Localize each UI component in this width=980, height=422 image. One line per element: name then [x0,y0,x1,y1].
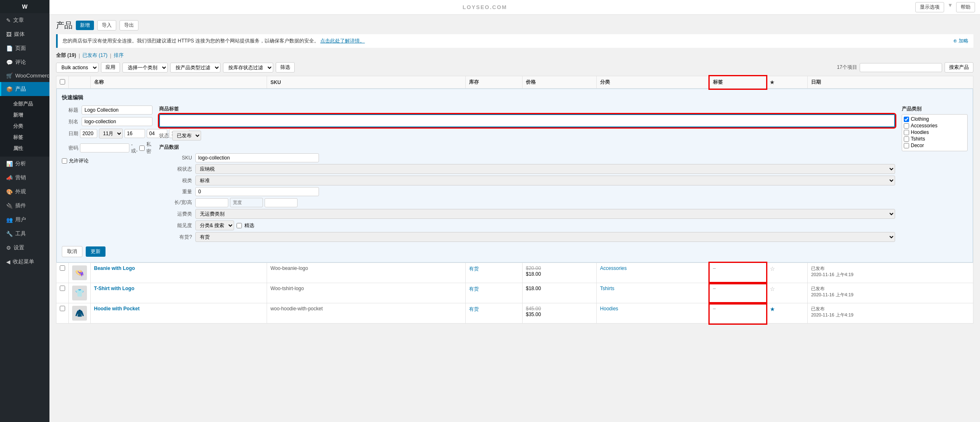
sidebar-item-woocommerce[interactable]: 🛒 WooCommerce [0,69,49,82]
cat-accessories-checkbox[interactable] [904,123,909,129]
category-filter-select[interactable]: 选择一个类别 [122,63,168,73]
product-name-1[interactable]: Beanie with Logo [94,265,135,271]
sidebar-item-pages[interactable]: 📄 页面 [0,41,49,55]
qe-private-checkbox[interactable] [139,145,145,151]
th-tag[interactable]: 标签 [710,76,767,89]
select-all-checkbox[interactable] [60,79,65,84]
row-checkbox-1[interactable] [60,265,65,271]
cat-item-hoodies: Hoodies [904,129,966,135]
quick-edit-title: 快速编辑 [62,94,968,101]
product-category-1[interactable]: Accessories [600,265,627,271]
type-filter-select[interactable]: 按产品类型过滤 [170,63,220,73]
notice-action[interactable]: ⊕ 加略 [953,38,968,44]
pd-visibility-select[interactable]: 分类& 搜索 [195,220,234,230]
th-star[interactable]: ★ [766,76,808,89]
qe-private-label: 私密 [146,141,152,155]
products-table-wrapper: 名称 SKU 库存 价格 分类 标签 ★ 日期 [56,76,973,324]
sidebar-item-collapse[interactable]: ◀ 收起菜单 [0,255,49,269]
product-thumbnail-1: 👒 [72,265,87,280]
pd-height-input[interactable] [265,198,298,207]
cancel-button[interactable]: 取消 [62,246,82,257]
cat-clothing-checkbox[interactable] [904,117,909,122]
row-checkbox-3[interactable] [60,306,65,311]
watermark: LOYSEO.COM [463,4,507,10]
filter-all[interactable]: 全部 (19) [56,52,76,59]
qe-allow-reviews-checkbox[interactable] [62,158,67,164]
qe-title-input[interactable] [82,106,152,115]
search-button[interactable]: 搜索产品 [945,62,973,73]
product-sku-2: Woo-tshirt-logo [270,286,304,291]
help-button[interactable]: 帮助 [956,2,975,12]
sidebar-sub-new[interactable]: 新增 [5,110,45,121]
th-date[interactable]: 日期 [808,76,973,89]
qe-year-input[interactable] [80,129,97,138]
qe-date-label: 日期 [62,130,78,137]
pd-length-input[interactable] [195,198,228,207]
display-options-button[interactable]: 显示选项 [915,2,944,12]
pd-stock-select[interactable]: 有货 [195,232,895,242]
sidebar-item-appearance[interactable]: 🎨 外观 [0,185,49,199]
marketing-icon: 📣 [6,175,13,181]
sidebar-item-marketing[interactable]: 📣 营销 [0,171,49,185]
product-star-3[interactable]: ★ [770,306,775,312]
qe-month-select[interactable]: 11月 [99,129,123,138]
product-category-3[interactable]: Hoodies [600,306,618,312]
sidebar-item-plugins[interactable]: 🔌 插件 [0,199,49,213]
sidebar-item-comments[interactable]: 💬 评论 [0,55,49,69]
filter-sort[interactable]: 排序 [114,52,124,59]
sidebar-item-products[interactable]: 📦 产品 [0,82,49,96]
filter-published[interactable]: 已发布 (17) [82,52,108,59]
product-category-2[interactable]: Tshirts [600,286,614,291]
sidebar-item-tools[interactable]: 🔧 工具 [0,227,49,241]
pd-tax-status-select[interactable]: 应纳税 [195,164,895,174]
export-button[interactable]: 导出 [120,20,138,30]
sidebar-item-settings[interactable]: ⚙ 设置 [0,241,49,255]
product-star-1[interactable]: ☆ [770,265,775,272]
toolbar: Bulk actions 应用 选择一个类别 按产品类型过滤 按库存状态过滤 筛… [56,62,973,73]
bulk-actions-select[interactable]: Bulk actions [56,63,98,73]
pd-sku-input[interactable] [195,153,319,162]
product-name-2[interactable]: T-Shirt with Logo [94,286,134,291]
qe-pwd-input[interactable] [80,143,129,152]
apply-button[interactable]: 应用 [101,62,120,73]
cat-item-accessories: Accessories [904,123,966,129]
sidebar-item-users[interactable]: 👥 用户 [0,213,49,227]
cat-tshirts-checkbox[interactable] [904,136,909,142]
sidebar-item-media[interactable]: 🖼 媒体 [0,27,49,41]
sidebar-sub-tag[interactable]: 标签 [5,132,45,143]
th-stock[interactable]: 库存 [466,76,523,89]
row-checkbox-2[interactable] [60,286,65,291]
filter-button[interactable]: 筛选 [276,62,295,73]
search-input[interactable] [860,63,942,72]
th-sku[interactable]: SKU [267,76,466,89]
pd-tax-class-select[interactable]: 标准 [195,176,895,185]
tag-input-box[interactable] [159,114,895,127]
sidebar: W ✎ 文章 🖼 媒体 📄 页面 💬 评论 🛒 WooCommerce 📦 产品… [0,0,49,422]
import-button[interactable]: 导入 [97,20,116,30]
pd-weight-input[interactable] [195,187,319,196]
new-product-button[interactable]: 新增 [76,21,94,30]
qe-status-select[interactable]: 已发布 [172,131,201,141]
update-button[interactable]: 更新 [86,246,106,257]
product-star-2[interactable]: ☆ [770,286,775,292]
th-name[interactable]: 名称 [91,76,267,89]
product-data-grid: SKU 税状态 应纳税 税类 [159,153,895,242]
collapse-icon: ◀ [6,259,10,265]
sidebar-sub-category[interactable]: 分类 [5,121,45,132]
pd-shipping-select[interactable]: 无运费类别 [195,209,895,219]
product-price-2: $18.00 [526,286,541,291]
notice-link[interactable]: 点击此处了解详情。 [320,38,365,44]
th-price[interactable]: 价格 [522,76,596,89]
sidebar-sub-all-products[interactable]: 全部产品 [5,98,45,110]
sidebar-sub-attribute[interactable]: 属性 [5,143,45,154]
stock-filter-select[interactable]: 按库存状态过滤 [223,63,273,73]
product-name-3[interactable]: Hoodie with Pocket [94,306,140,312]
sidebar-item-posts[interactable]: ✎ 文章 [0,13,49,27]
qe-day-input[interactable] [124,129,145,138]
cat-decor-checkbox[interactable] [904,143,909,148]
qe-slug-input[interactable] [82,117,152,126]
th-category[interactable]: 分类 [597,76,710,89]
sidebar-item-analytics[interactable]: 📊 分析 [0,157,49,171]
cat-hoodies-checkbox[interactable] [904,130,909,135]
pd-featured-checkbox[interactable] [237,223,242,228]
